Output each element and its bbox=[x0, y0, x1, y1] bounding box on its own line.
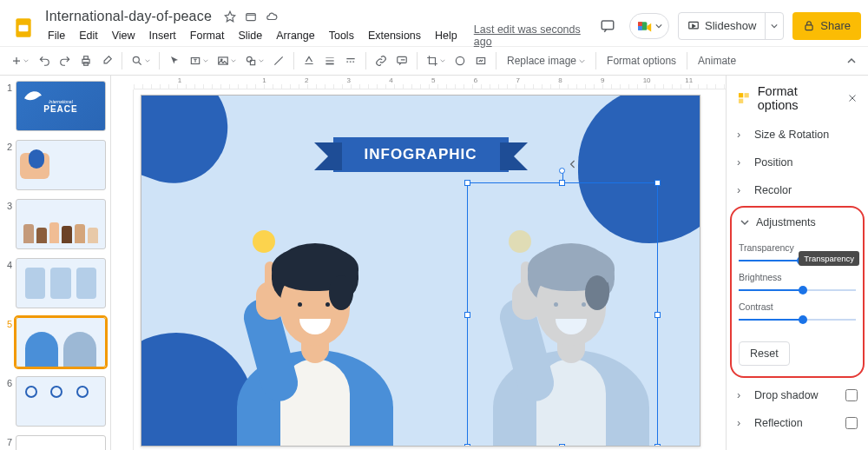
comment-button[interactable] bbox=[392, 50, 411, 71]
format-options-panel: Format options ›Size & Rotation ›Positio… bbox=[726, 76, 868, 450]
row-recolor[interactable]: ›Recolor bbox=[727, 176, 868, 204]
expand-panel-icon[interactable] bbox=[568, 154, 578, 175]
contrast-slider[interactable] bbox=[739, 314, 856, 326]
person-image-left[interactable] bbox=[211, 202, 419, 446]
panel-title: Format options bbox=[758, 84, 840, 112]
line-tool[interactable] bbox=[269, 50, 288, 71]
banner-title[interactable]: INFOGRAPHIC bbox=[333, 137, 509, 172]
thumbnail-3[interactable] bbox=[16, 199, 106, 249]
close-panel-icon[interactable] bbox=[847, 93, 858, 103]
thumbnail-7[interactable]: THANK YOU bbox=[16, 435, 106, 450]
brightness-slider[interactable] bbox=[739, 284, 856, 296]
main-area: 1 International PEACE 2 3 4 5 6 7 THANK … bbox=[0, 76, 868, 450]
cloud-icon[interactable] bbox=[266, 10, 278, 23]
reset-button[interactable]: Reset bbox=[739, 341, 790, 366]
filmstrip[interactable]: 1 International PEACE 2 3 4 5 6 7 THANK … bbox=[0, 76, 111, 450]
slideshow-dropdown[interactable] bbox=[765, 13, 783, 39]
replace-image-button[interactable]: Replace image bbox=[502, 55, 590, 67]
row-position[interactable]: ›Position bbox=[727, 149, 868, 176]
thumbnail-5[interactable] bbox=[16, 317, 106, 367]
thumb-number: 6 bbox=[3, 376, 12, 427]
row-adjustments[interactable]: Adjustments bbox=[739, 213, 856, 237]
row-drop-shadow[interactable]: ›Drop shadow bbox=[727, 381, 868, 409]
thumb-number: 1 bbox=[3, 81, 12, 131]
shape-tool[interactable] bbox=[241, 50, 267, 71]
border-dash-button[interactable] bbox=[341, 50, 360, 71]
brightness-label: Brightness bbox=[739, 272, 856, 282]
svg-rect-10 bbox=[84, 56, 89, 60]
menu-format[interactable]: Format bbox=[184, 28, 231, 43]
thumbnail-4[interactable] bbox=[16, 258, 106, 308]
share-label: Share bbox=[820, 19, 851, 32]
meet-button[interactable] bbox=[629, 13, 669, 39]
reset-image-button[interactable] bbox=[471, 50, 490, 71]
menu-extensions[interactable]: Extensions bbox=[362, 28, 427, 43]
crop-button[interactable] bbox=[423, 50, 449, 71]
menu-edit[interactable]: Edit bbox=[73, 28, 104, 43]
svg-rect-22 bbox=[745, 93, 749, 97]
slideshow-label: Slideshow bbox=[705, 19, 756, 32]
selection-box[interactable] bbox=[467, 182, 658, 447]
format-options-button[interactable]: Format options bbox=[602, 55, 681, 67]
collapse-toolbar-icon[interactable] bbox=[842, 50, 861, 71]
canvas[interactable]: 11234567891011 INFOGRAPHIC bbox=[111, 76, 726, 450]
border-weight-button[interactable] bbox=[320, 50, 339, 71]
menu-bar: File Edit View Insert Format Slide Arran… bbox=[42, 26, 595, 45]
print-button[interactable] bbox=[76, 50, 95, 71]
ruler-vertical bbox=[111, 89, 134, 450]
link-button[interactable] bbox=[372, 50, 391, 71]
zoom-button[interactable] bbox=[128, 50, 154, 71]
slideshow-button[interactable]: Slideshow bbox=[678, 12, 784, 40]
svg-rect-8 bbox=[806, 24, 812, 30]
share-button[interactable]: Share bbox=[792, 12, 861, 40]
slider-tooltip: Transparency bbox=[799, 251, 859, 266]
reflection-checkbox[interactable] bbox=[845, 417, 858, 429]
drop-shadow-checkbox[interactable] bbox=[845, 389, 858, 401]
doc-title[interactable]: International-day-of-peace bbox=[42, 8, 215, 25]
select-tool[interactable] bbox=[165, 50, 184, 71]
row-reflection[interactable]: ›Reflection bbox=[727, 409, 868, 437]
svg-rect-19 bbox=[456, 56, 464, 64]
mask-button[interactable] bbox=[450, 50, 470, 71]
menu-slide[interactable]: Slide bbox=[232, 28, 268, 43]
paint-format-button[interactable] bbox=[97, 50, 116, 71]
row-size-rotation[interactable]: ›Size & Rotation bbox=[727, 121, 868, 149]
thumbnail-1[interactable]: International PEACE bbox=[16, 81, 106, 131]
svg-point-16 bbox=[247, 56, 252, 62]
comments-icon[interactable] bbox=[595, 13, 621, 39]
menu-insert[interactable]: Insert bbox=[143, 28, 182, 43]
star-icon[interactable] bbox=[224, 10, 236, 23]
slides-logo-icon bbox=[12, 17, 35, 39]
svg-rect-23 bbox=[739, 99, 743, 103]
last-edit[interactable]: Last edit was seconds ago bbox=[474, 23, 595, 48]
menu-help[interactable]: Help bbox=[429, 28, 464, 43]
menu-view[interactable]: View bbox=[106, 28, 141, 43]
toolbar: Replace image Format options Animate bbox=[0, 46, 868, 76]
menu-file[interactable]: File bbox=[42, 28, 71, 43]
thumbnail-2[interactable] bbox=[16, 140, 106, 190]
border-color-button[interactable] bbox=[299, 50, 319, 71]
thumb-number: 2 bbox=[3, 140, 12, 190]
move-icon[interactable] bbox=[245, 10, 257, 23]
textbox-tool[interactable] bbox=[186, 50, 212, 71]
transparency-slider[interactable]: Transparency bbox=[739, 255, 856, 267]
redo-button[interactable] bbox=[56, 50, 75, 71]
animate-button[interactable]: Animate bbox=[693, 55, 741, 67]
thumb-number: 7 bbox=[3, 435, 12, 450]
format-icon bbox=[737, 91, 751, 105]
thumb-number: 4 bbox=[3, 258, 12, 308]
svg-point-12 bbox=[133, 56, 139, 63]
image-tool[interactable] bbox=[214, 50, 240, 71]
thumb-number: 5 bbox=[3, 317, 12, 367]
new-slide-button[interactable] bbox=[7, 50, 33, 71]
doc-info: International-day-of-peace File Edit Vie… bbox=[42, 7, 595, 45]
menu-tools[interactable]: Tools bbox=[323, 28, 360, 43]
svg-rect-1 bbox=[19, 24, 29, 31]
ruler-horizontal: 11234567891011 bbox=[134, 76, 726, 89]
svg-rect-3 bbox=[602, 21, 614, 30]
thumbnail-6[interactable] bbox=[16, 376, 106, 427]
svg-rect-5 bbox=[638, 22, 642, 26]
slide-canvas[interactable]: INFOGRAPHIC bbox=[141, 95, 700, 447]
undo-button[interactable] bbox=[35, 50, 54, 71]
menu-arrange[interactable]: Arrange bbox=[270, 28, 320, 43]
